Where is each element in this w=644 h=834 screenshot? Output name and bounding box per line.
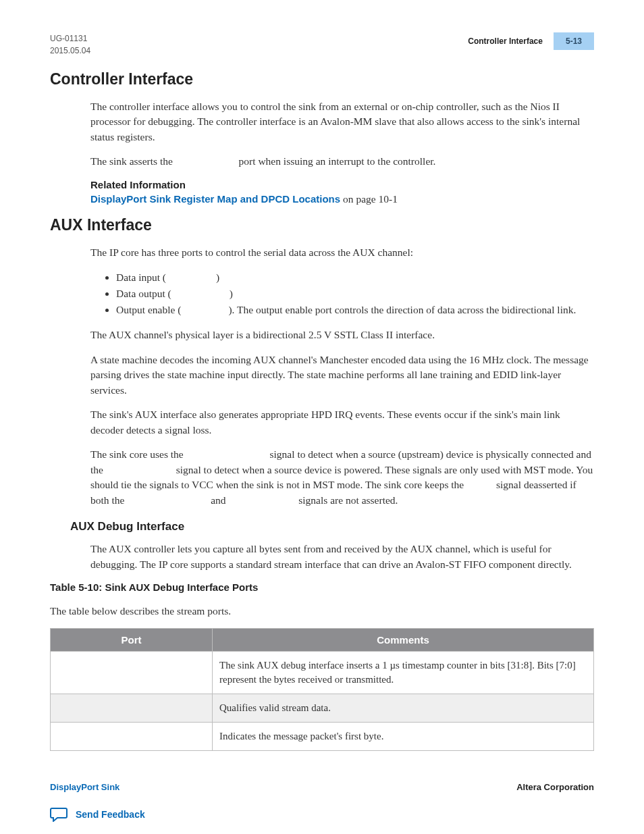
related-info-suffix: on page 10-1 (343, 193, 398, 205)
comment-icon[interactable] (50, 807, 68, 822)
aux-debug-ports-table: Port Comments The sink AUX debug interfa… (50, 628, 594, 751)
footer-left-link[interactable]: DisplayPort Sink (50, 782, 119, 792)
table-row: Indicates the message packet's first byt… (51, 723, 594, 751)
controller-para-1: The controller interface allows you to c… (90, 99, 594, 145)
heading-aux-interface: AUX Interface (50, 216, 594, 234)
table-row: The sink AUX debug interface inserts a 1… (51, 652, 594, 694)
table-cell-port (51, 652, 213, 694)
controller-para-2: The sink asserts the port when issuing a… (90, 154, 594, 169)
doc-date: 2015.05.04 (50, 45, 90, 57)
footer-right-text: Altera Corporation (516, 782, 594, 792)
aux-para-4: The sink's AUX interface also generates … (90, 407, 594, 438)
related-info-label: Related Information (90, 179, 594, 190)
send-feedback-link[interactable]: Send Feedback (76, 809, 145, 820)
table-header-port: Port (51, 629, 213, 652)
table-cell-comment: Indicates the message packet's first byt… (213, 723, 594, 751)
table-caption: The table below describes the stream por… (50, 604, 594, 619)
heading-controller-interface: Controller Interface (50, 70, 594, 88)
feedback-row: Send Feedback (50, 807, 594, 822)
header-right: Controller Interface 5-13 (468, 32, 594, 50)
table-row: Qualifies valid stream data. (51, 694, 594, 723)
aux-para-2: The AUX channel's physical layer is a bi… (90, 328, 594, 342)
header-section-title: Controller Interface (468, 36, 543, 46)
page-footer: DisplayPort Sink Altera Corporation (50, 782, 594, 792)
page-number-badge: 5-13 (554, 32, 594, 50)
table-cell-port (51, 694, 213, 723)
header-left: UG-01131 2015.05.04 (50, 32, 90, 57)
page-header: UG-01131 2015.05.04 Controller Interface… (50, 32, 594, 57)
doc-id: UG-01131 (50, 32, 90, 45)
aux-ports-list: Data input () Data output () Output enab… (116, 269, 594, 318)
table-header-comments: Comments (213, 629, 594, 652)
table-cell-port (51, 723, 213, 751)
aux-para-1: The IP core has three ports to control t… (90, 245, 594, 260)
related-info-link[interactable]: DisplayPort Sink Register Map and DPCD L… (90, 193, 340, 205)
list-item: Data input () (116, 269, 594, 286)
table-cell-comment: Qualifies valid stream data. (213, 694, 594, 723)
aux-para-3: A state machine decodes the incoming AUX… (90, 353, 594, 398)
table-title: Table 5-10: Sink AUX Debug Interface Por… (50, 581, 594, 593)
heading-aux-debug: AUX Debug Interface (70, 520, 594, 533)
table-cell-comment: The sink AUX debug interface inserts a 1… (213, 652, 594, 694)
list-item: Data output () (116, 286, 594, 302)
aux-debug-para-1: The AUX controller lets you capture all … (90, 542, 594, 572)
aux-para-5: The sink core uses the signal to detect … (90, 447, 594, 508)
list-item: Output enable (). The output enable port… (116, 302, 594, 318)
